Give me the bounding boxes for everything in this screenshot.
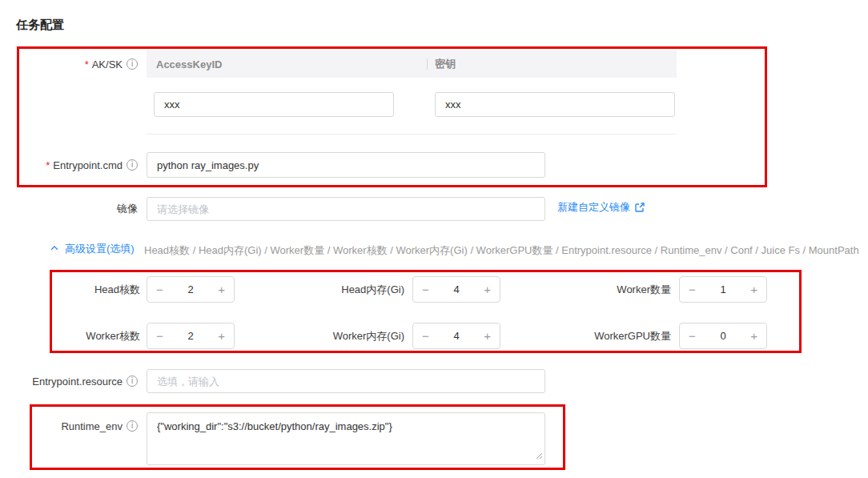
required-asterisk: * — [85, 58, 89, 70]
plus-icon[interactable]: + — [484, 283, 491, 295]
worker-memory-stepper[interactable]: − 4 + — [412, 323, 500, 349]
task-config-page: 任务配置 * AK/SK i AccessKeyID 密钥 * Entrypoi… — [0, 0, 868, 478]
stepper-value[interactable]: 4 — [453, 330, 459, 342]
required-asterisk: * — [46, 159, 50, 171]
advanced-settings-summary: Head核数 / Head内存(Gi) / Worker数量 / Worker核… — [144, 243, 859, 258]
minus-icon[interactable]: − — [689, 330, 696, 342]
entrypoint-resource-label: Entrypoint.resource i — [0, 369, 138, 393]
head-memory-stepper[interactable]: − 4 + — [412, 276, 500, 303]
worker-count-stepper[interactable]: − 1 + — [679, 276, 767, 303]
aksk-label-text: AK/SK — [92, 58, 123, 70]
image-select-input[interactable] — [147, 197, 545, 221]
worker-count-label: Worker数量 — [512, 276, 671, 303]
accesskey-column-header: AccessKeyID — [156, 58, 427, 70]
chevron-up-icon — [50, 243, 59, 255]
head-cores-stepper[interactable]: − 2 + — [147, 276, 235, 303]
info-icon[interactable]: i — [127, 159, 138, 171]
runtime-env-textarea[interactable]: {"working_dir":"s3://bucket/python/ray_i… — [147, 412, 545, 465]
info-icon[interactable]: i — [127, 376, 138, 387]
entrypoint-resource-label-text: Entrypoint.resource — [32, 376, 123, 388]
image-label: 镜像 — [0, 197, 138, 221]
stepper-value[interactable]: 4 — [453, 283, 459, 295]
entrypoint-cmd-label-text: Entrypoint.cmd — [53, 159, 123, 171]
page-title: 任务配置 — [16, 18, 64, 33]
head-memory-label: Head内存(Gi) — [264, 276, 404, 303]
info-icon[interactable]: i — [127, 420, 138, 432]
stepper-value[interactable]: 1 — [720, 283, 725, 295]
plus-icon[interactable]: + — [218, 330, 225, 342]
plus-icon[interactable]: + — [218, 283, 225, 295]
entrypoint-resource-input[interactable] — [147, 369, 545, 393]
plus-icon[interactable]: + — [750, 283, 757, 295]
create-custom-image-link-text: 新建自定义镜像 — [557, 200, 630, 215]
plus-icon[interactable]: + — [484, 330, 491, 342]
aksk-header-bar: AccessKeyID 密钥 — [147, 50, 677, 78]
worker-gpu-count-stepper[interactable]: − 0 + — [679, 323, 767, 349]
stepper-value[interactable]: 2 — [187, 330, 193, 342]
runtime-env-label-text: Runtime_env — [61, 420, 123, 432]
stepper-value[interactable]: 2 — [187, 283, 193, 295]
minus-icon[interactable]: − — [422, 283, 429, 295]
worker-cores-label: Worker核数 — [0, 323, 140, 349]
header-divider — [427, 58, 428, 70]
plus-icon[interactable]: + — [750, 330, 757, 342]
aksk-bottom-divider — [147, 134, 677, 135]
create-custom-image-link[interactable]: 新建自定义镜像 — [557, 200, 645, 215]
minus-icon[interactable]: − — [156, 330, 163, 342]
entrypoint-cmd-label: * Entrypoint.cmd i — [0, 152, 138, 178]
head-cores-label: Head核数 — [0, 276, 140, 303]
minus-icon[interactable]: − — [156, 283, 163, 295]
minus-icon[interactable]: − — [689, 283, 696, 295]
stepper-value[interactable]: 0 — [720, 330, 725, 342]
worker-cores-stepper[interactable]: − 2 + — [147, 323, 235, 349]
advanced-settings-toggle-text: 高级设置(选填) — [65, 242, 135, 256]
runtime-env-label: Runtime_env i — [0, 413, 138, 439]
worker-gpu-count-label: WorkerGPU数量 — [512, 323, 671, 349]
image-label-text: 镜像 — [117, 202, 138, 216]
minus-icon[interactable]: − — [422, 330, 429, 342]
accesskey-input[interactable] — [154, 92, 394, 117]
advanced-settings-toggle[interactable]: 高级设置(选填) — [50, 242, 135, 256]
entrypoint-cmd-input[interactable] — [147, 152, 545, 178]
aksk-label: * AK/SK i — [0, 51, 138, 77]
secret-column-header: 密钥 — [435, 57, 456, 71]
secret-input[interactable] — [435, 92, 675, 117]
info-icon[interactable]: i — [127, 58, 138, 70]
worker-memory-label: Worker内存(Gi) — [264, 323, 404, 349]
external-link-icon — [634, 202, 645, 213]
